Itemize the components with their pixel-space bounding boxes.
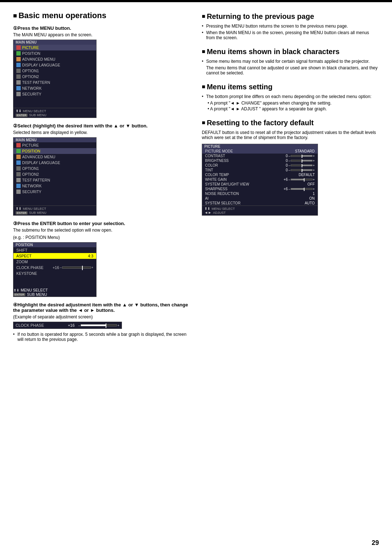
footer-label-4: SUB MENU xyxy=(29,211,46,215)
factory-reset-desc: DEFAULT button is used to reset all of t… xyxy=(202,130,379,140)
pm-row-picture-mode: PICTURE MODE STANDARD xyxy=(202,149,318,154)
step3: ③Press the ENTER button to enter your se… xyxy=(13,221,190,297)
clock-phase-track xyxy=(81,324,117,326)
pm-bar-marker xyxy=(304,188,305,191)
row-name: ZOOM xyxy=(16,260,28,264)
menu-footer-step1: ⬆⬇ MENU SELECT ENTER SUB MENU xyxy=(13,108,96,118)
black-chars-bullet-1: Some menu items may not be valid for cer… xyxy=(202,59,379,64)
pm-bar-fill xyxy=(302,160,312,161)
step1-desc: The MAIN MENU appears on the screen. xyxy=(13,32,190,37)
pm-name: WHITE GAIN xyxy=(205,178,226,182)
pm-bar xyxy=(291,160,313,162)
pm-val: 0 – + xyxy=(286,154,315,158)
pm-row-contrast: CONTRAST 0 – + xyxy=(202,154,318,158)
pm-row-sharpness: SHARPNESS +6 – + xyxy=(202,187,318,191)
step3-label: ③Press the ENTER button to enter your se… xyxy=(13,221,190,226)
pm-val: 0 – + xyxy=(286,163,315,167)
advanced-icon-1 xyxy=(16,57,21,61)
pm-name: CONTRAST xyxy=(205,154,225,158)
pm-bar-fill xyxy=(302,165,312,166)
menu-item-label: DISPLAY LANGUAGE xyxy=(22,63,60,67)
picture-menu-header: PICTURE xyxy=(202,144,318,149)
menu-item-network-2: NETWORK xyxy=(13,183,96,189)
page-number: 29 xyxy=(372,539,379,547)
section-returning: Returning to the previous page Pressing … xyxy=(202,12,379,40)
enter-label-3: ENTER xyxy=(13,293,25,296)
test-icon-2 xyxy=(16,178,21,182)
step2: ②Select (highlight) the desired item wit… xyxy=(13,123,190,216)
menu-item-label: TEST PATTERN xyxy=(22,178,50,182)
submenu-footer-2: SUB MENU xyxy=(27,292,47,297)
pm-val: ON xyxy=(309,196,315,200)
display-icon-1 xyxy=(16,63,21,67)
clock-phase-fill xyxy=(81,325,106,326)
pm-val: OFF xyxy=(307,182,315,186)
clock-bar-track xyxy=(62,266,91,269)
menu-setting-sub-2: • A prompt "◄ ► ADJUST " appears for a s… xyxy=(208,106,379,111)
menu-box-step2: MAIN MENU PICTURE POSITION ADVANCED MENU xyxy=(13,137,97,216)
option2-icon-1 xyxy=(16,74,21,79)
submenu-row-keystone: KEYSTONE xyxy=(13,270,96,276)
menu-item-display-1: DISPLAY LANGUAGE xyxy=(13,62,96,68)
step1: ①Press the MENU button. The MAIN MENU ap… xyxy=(13,25,190,118)
pm-row-color: COLOR 0 – + xyxy=(202,163,318,168)
pm-bar xyxy=(291,169,313,171)
pm-row-white-gain: WHITE GAIN +6 – + xyxy=(202,177,318,182)
step3-desc2: (e.g. : POSITION Menu) xyxy=(13,235,190,240)
black-chars-bullets: Some menu items may not be valid for cer… xyxy=(202,59,379,76)
clock-bar-marker xyxy=(82,266,83,270)
row-name: ASPECT xyxy=(16,254,32,258)
menu-header-step1: MAIN MENU xyxy=(13,40,96,45)
step1-label: ①Press the MENU button. xyxy=(13,25,190,31)
submenu-row-clock: CLOCK PHASE +16 – + xyxy=(13,265,96,270)
submenu-footer: ⬆⬇ MENU SELECT ENTER SUB MENU xyxy=(13,288,96,297)
menu-item-label: PICTURE xyxy=(22,143,39,147)
menu-setting-sub-1: • A prompt "◄ ► CHANGE" appears when cha… xyxy=(208,101,379,106)
clock-phase-marker xyxy=(106,323,106,328)
menu-item-label: POSITION xyxy=(22,149,40,153)
pm-name: PICTURE MODE xyxy=(205,149,233,153)
menu-header-step2: MAIN MENU xyxy=(13,138,96,142)
pm-name: BRIGHTNESS xyxy=(205,159,229,163)
pm-row-color-temp: COLOR TEMP DEFAULT xyxy=(202,172,318,177)
pm-row-brightness: BRIGHTNESS 0 – + xyxy=(202,158,318,163)
test-icon-1 xyxy=(16,80,21,85)
menu-item-label: SECURITY xyxy=(22,190,41,194)
pm-bar-fill xyxy=(302,170,312,171)
menu-item-option2-2: OPTION2 xyxy=(13,171,96,177)
step2-desc: Selected items are displayed in yellow. xyxy=(13,130,190,135)
step2-label: ②Select (highlight) the desired item wit… xyxy=(13,123,190,129)
menu-item-label: PICTURE xyxy=(22,45,39,50)
pm-bar-marker xyxy=(302,155,302,158)
step4: ④Highlight the desired adjustment item w… xyxy=(13,302,190,342)
pm-row-sdv: SYSTEM DAYLIGHT VIEW OFF xyxy=(202,182,318,187)
pm-bar xyxy=(291,179,313,180)
option1-icon-1 xyxy=(16,69,21,73)
menu-item-label: NETWORK xyxy=(22,184,42,188)
pm-bar xyxy=(291,164,313,166)
returning-title: Returning to the previous page xyxy=(202,12,379,21)
menu-item-test-2: TEST PATTERN xyxy=(13,177,96,183)
pm-val: 0 – + xyxy=(286,159,315,163)
enter-label-1: ENTER xyxy=(16,114,28,117)
pm-name: TINT xyxy=(205,168,213,172)
pm-val: AUTO xyxy=(305,201,315,205)
pm-bar-fill xyxy=(291,179,304,180)
arrow-lr-icon-pm: ◄► xyxy=(204,211,212,215)
pm-val: +6 – + xyxy=(283,178,315,182)
section-black-chars: Menu items shown in black characters Som… xyxy=(202,48,379,76)
pm-row-system-selector: SYSTEM SELECTOR AUTO xyxy=(202,201,318,205)
position-icon-1 xyxy=(16,51,21,56)
arrow-updown-icon-pm: ⬆⬇ xyxy=(204,207,210,211)
pm-name: AI xyxy=(205,196,208,200)
pm-name: COLOR TEMP xyxy=(205,173,229,177)
step4-bullets: If no button is operated for approx. 5 s… xyxy=(13,332,190,342)
pm-bar-marker xyxy=(302,159,302,163)
pm-val: 0 – + xyxy=(286,168,315,172)
pm-bar-marker xyxy=(302,164,302,167)
option2-icon-2 xyxy=(16,172,21,176)
pm-row-noise: NOISE REDUCTION 1 xyxy=(202,191,318,196)
network-icon-2 xyxy=(16,184,21,188)
pm-bar-marker xyxy=(304,178,305,182)
row-name: CLOCK PHASE xyxy=(16,265,44,270)
